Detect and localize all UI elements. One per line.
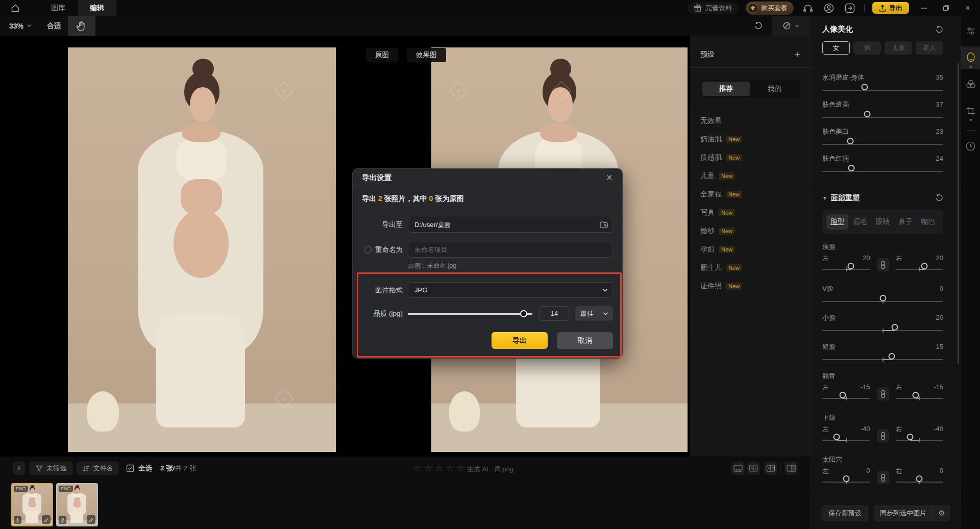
- preset-tab-推荐[interactable]: 推荐: [702, 82, 750, 96]
- slider-thumb[interactable]: [916, 475, 923, 482]
- slider[interactable]: [896, 266, 944, 272]
- side-by-side-button[interactable]: YY: [764, 462, 777, 475]
- slider[interactable]: [822, 437, 870, 443]
- reset-icon[interactable]: [935, 26, 943, 34]
- tab-图库[interactable]: 图库: [39, 0, 78, 16]
- compare-original-button[interactable]: [772, 16, 810, 36]
- star-icon[interactable]: ☆: [435, 463, 443, 474]
- slider[interactable]: [822, 298, 943, 305]
- adjustments-tool-button[interactable]: [961, 20, 980, 42]
- slider-thumb[interactable]: [834, 434, 840, 440]
- preset-item[interactable]: 婚纱New: [700, 222, 800, 240]
- slider-thumb[interactable]: [906, 434, 913, 440]
- history-tool-button[interactable]: [961, 135, 980, 157]
- slider-thumb[interactable]: [848, 165, 854, 171]
- reset-icon[interactable]: [935, 194, 943, 202]
- preset-tab-我的[interactable]: 我的: [750, 82, 799, 96]
- face-tab-鼻子[interactable]: 鼻子: [895, 214, 917, 230]
- slider[interactable]: [822, 356, 943, 363]
- browse-folder-button[interactable]: [600, 221, 608, 228]
- rename-radio[interactable]: [364, 246, 372, 254]
- face-reshape-title[interactable]: ▼面部重塑: [822, 193, 860, 203]
- slider-thumb[interactable]: [848, 263, 854, 269]
- filter-button[interactable]: 未筛选: [29, 462, 73, 475]
- slider[interactable]: [896, 437, 944, 443]
- sort-button[interactable]: 文件名: [76, 462, 119, 475]
- slider[interactable]: [822, 168, 943, 174]
- edit-pencil-button[interactable]: [87, 515, 95, 524]
- cancel-button[interactable]: 取消: [557, 332, 613, 349]
- tab-编辑[interactable]: 编辑: [78, 0, 116, 16]
- slider[interactable]: [896, 395, 944, 401]
- split-view-button[interactable]: [785, 462, 798, 475]
- slider-thumb[interactable]: [864, 111, 870, 117]
- slider-thumb[interactable]: [889, 353, 895, 360]
- link-toggle-button[interactable]: [877, 429, 889, 442]
- star-icon[interactable]: ☆: [413, 463, 422, 474]
- close-dialog-button[interactable]: ✕: [606, 172, 613, 183]
- export-button-top[interactable]: 导出: [872, 2, 909, 14]
- slider[interactable]: [822, 478, 870, 485]
- slider[interactable]: [822, 87, 943, 93]
- export-path-input[interactable]: [408, 217, 613, 233]
- star-icon[interactable]: ☆: [457, 463, 465, 474]
- filmstrip-toggle-button[interactable]: [731, 462, 745, 475]
- quality-slider[interactable]: [408, 310, 532, 317]
- slider-thumb[interactable]: [839, 392, 846, 398]
- preset-item[interactable]: 无效果: [700, 112, 800, 130]
- gender-tab-儿童[interactable]: 儿童: [885, 41, 912, 55]
- color-tool-button[interactable]: [961, 73, 980, 95]
- photo-original[interactable]: [68, 47, 336, 452]
- preset-item[interactable]: 新生儿New: [700, 259, 800, 277]
- close-window-button[interactable]: ×: [961, 1, 975, 15]
- slider-thumb[interactable]: [861, 84, 868, 90]
- panel-scrollbar[interactable]: [958, 63, 959, 364]
- complete-profile-button[interactable]: 完善资料: [688, 2, 738, 14]
- slider[interactable]: [822, 327, 943, 334]
- star-icon[interactable]: ☆: [446, 463, 454, 474]
- crop-tool-button[interactable]: [961, 99, 980, 122]
- minimize-button[interactable]: [917, 1, 931, 15]
- select-all-checkbox[interactable]: [126, 464, 134, 472]
- face-tab-脸型[interactable]: 脸型: [826, 214, 848, 230]
- preset-item[interactable]: 孕妇New: [700, 240, 800, 259]
- add-photos-button[interactable]: +: [13, 462, 25, 475]
- rename-input[interactable]: [408, 242, 613, 258]
- slider[interactable]: [822, 141, 943, 147]
- preset-item[interactable]: 写真New: [700, 204, 800, 222]
- support-button[interactable]: [801, 2, 815, 15]
- undo-button[interactable]: [754, 21, 763, 30]
- link-toggle-button[interactable]: [877, 258, 889, 271]
- save-new-preset-button[interactable]: 保存新预设: [821, 505, 869, 521]
- quality-slider-thumb[interactable]: [520, 310, 527, 317]
- slider-thumb[interactable]: [843, 475, 849, 482]
- face-tab-嘴巴[interactable]: 嘴巴: [917, 214, 939, 230]
- slider-thumb[interactable]: [913, 392, 919, 398]
- link-toggle-button[interactable]: [877, 471, 889, 484]
- slider[interactable]: [822, 114, 943, 120]
- gender-tab-女[interactable]: 女: [822, 41, 850, 55]
- preset-item[interactable]: 奶油肌New: [700, 130, 800, 148]
- sync-settings-button[interactable]: ⚙: [933, 505, 950, 521]
- gender-tab-老人[interactable]: 老人: [916, 41, 943, 55]
- edit-pencil-button[interactable]: [42, 515, 51, 524]
- quality-value-box[interactable]: 14: [540, 306, 569, 321]
- add-preset-icon[interactable]: +: [795, 49, 800, 59]
- preset-item[interactable]: 质感肌New: [700, 148, 800, 167]
- slider[interactable]: [896, 478, 944, 485]
- pan-tool-button[interactable]: [68, 16, 95, 36]
- face-tab-眼睛[interactable]: 眼睛: [872, 214, 894, 230]
- slider-thumb[interactable]: [847, 138, 853, 144]
- format-select[interactable]: JPG: [408, 282, 613, 298]
- portrait-tool-button[interactable]: [961, 46, 980, 69]
- export-confirm-button[interactable]: 导出: [492, 332, 548, 349]
- home-button[interactable]: [6, 0, 24, 16]
- face-tab-眉毛[interactable]: 眉毛: [849, 214, 871, 230]
- slider-thumb[interactable]: [921, 263, 927, 269]
- slider[interactable]: [822, 266, 870, 272]
- fit-view-button[interactable]: 合适: [47, 16, 61, 36]
- star-icon[interactable]: ☆: [424, 463, 432, 474]
- quality-level-select[interactable]: 最佳: [575, 306, 613, 321]
- zoom-level-control[interactable]: 33%: [9, 16, 32, 36]
- account-button[interactable]: [822, 2, 836, 15]
